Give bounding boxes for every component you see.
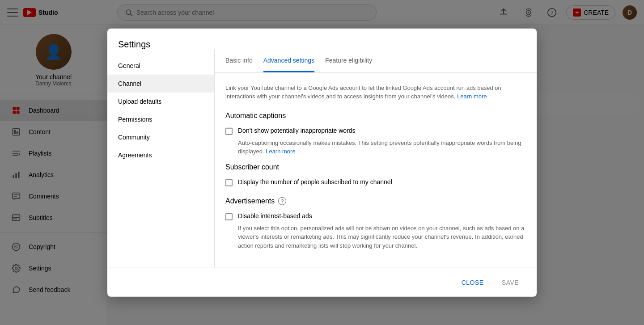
- advertisements-title: Advertisements: [225, 197, 275, 205]
- modal-nav-upload-defaults[interactable]: Upload defaults: [107, 92, 214, 110]
- save-button[interactable]: SAVE: [495, 275, 526, 290]
- modal-nav-channel[interactable]: Channel: [107, 74, 214, 92]
- subscriber-count-title: Subscriber count: [225, 163, 526, 171]
- captions-desc: Auto-captioning occasionally makes mista…: [238, 138, 526, 156]
- modal-tab-content: Link your YouTube channel to a Google Ad…: [215, 72, 537, 268]
- advertisements-section: Advertisements ? Disable interest-based …: [225, 197, 526, 250]
- tab-advanced-settings[interactable]: Advanced settings: [263, 49, 314, 72]
- automatic-captions-section: Automatic captions Don't show potentiall…: [225, 111, 526, 156]
- modal-body: General Channel Upload defaults Permissi…: [107, 49, 537, 268]
- modal-nav-community[interactable]: Community: [107, 128, 214, 146]
- modal-nav-general[interactable]: General: [107, 56, 214, 74]
- tab-basic-info[interactable]: Basic info: [225, 49, 253, 72]
- subscriber-count-section: Subscriber count Display the number of p…: [225, 163, 526, 186]
- advertisements-header: Advertisements ?: [225, 197, 526, 205]
- modal-footer: CLOSE SAVE: [107, 268, 537, 297]
- ads-desc: If you select this option, personalized …: [238, 224, 526, 250]
- disable-interest-ads-checkbox[interactable]: [225, 213, 233, 220]
- modal-nav-agreements[interactable]: Agreements: [107, 146, 214, 164]
- dont-show-words-checkbox[interactable]: [225, 127, 233, 135]
- display-subscriber-label: Display the number of people subscribed …: [238, 178, 392, 185]
- close-button[interactable]: CLOSE: [454, 275, 491, 290]
- checkbox-row-subscriber: Display the number of people subscribed …: [225, 178, 526, 186]
- disable-interest-ads-label: Disable interest-based ads: [238, 212, 312, 219]
- settings-modal: Settings General Channel Upload defaults…: [107, 28, 537, 297]
- modal-nav-permissions[interactable]: Permissions: [107, 110, 214, 128]
- learn-more-link-intro[interactable]: Learn more: [457, 93, 487, 100]
- checkbox-row-captions: Don't show potentially inappropriate wor…: [225, 127, 526, 135]
- modal-tabs: Basic info Advanced settings Feature eli…: [215, 49, 537, 72]
- modal-header: Settings: [107, 28, 537, 49]
- display-subscriber-checkbox[interactable]: [225, 179, 233, 186]
- advertisements-info-icon[interactable]: ?: [278, 197, 286, 205]
- tab-feature-eligibility[interactable]: Feature eligibility: [325, 49, 372, 72]
- dont-show-words-label: Don't show potentially inappropriate wor…: [238, 127, 356, 134]
- checkbox-row-ads: Disable interest-based ads: [225, 212, 526, 220]
- automatic-captions-title: Automatic captions: [225, 111, 526, 119]
- modal-main-content: Basic info Advanced settings Feature eli…: [215, 49, 537, 268]
- modal-title: Settings: [118, 39, 526, 49]
- learn-more-captions[interactable]: Learn more: [266, 148, 295, 155]
- section-intro: Link your YouTube channel to a Google Ad…: [225, 83, 526, 101]
- modal-sidebar: General Channel Upload defaults Permissi…: [107, 49, 215, 268]
